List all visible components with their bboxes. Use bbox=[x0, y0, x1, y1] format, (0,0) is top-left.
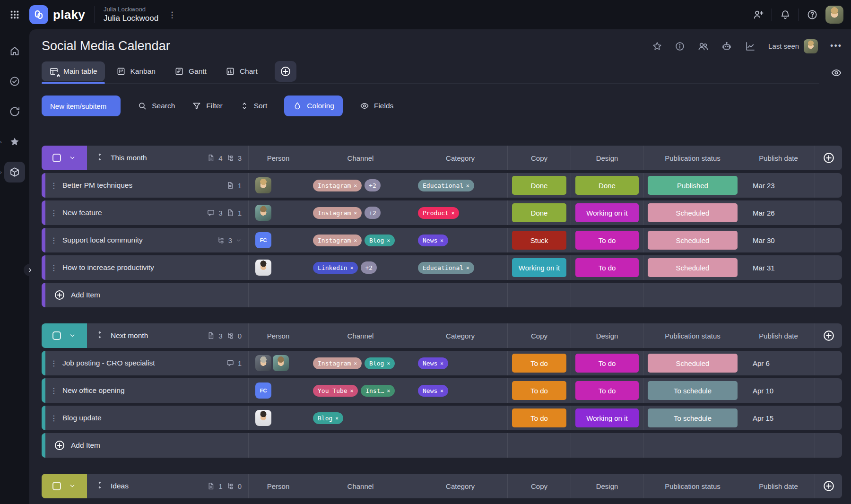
category-cell[interactable]: Product✕ bbox=[413, 200, 507, 225]
item-name[interactable]: New office opening bbox=[62, 386, 125, 395]
last-seen[interactable]: Last seen bbox=[768, 39, 818, 53]
copy-cell[interactable]: Working on it bbox=[507, 255, 571, 280]
design-cell[interactable]: To do bbox=[571, 351, 643, 375]
publish-date-cell[interactable]: Apr 15 bbox=[742, 406, 815, 430]
sidebar-item-recent[interactable] bbox=[4, 101, 25, 122]
remove-tag-icon[interactable]: ✕ bbox=[452, 210, 455, 216]
automations-robot-icon[interactable] bbox=[721, 41, 732, 52]
add-item-row[interactable]: Add Item bbox=[42, 283, 842, 307]
status-badge[interactable]: Scheduled bbox=[648, 203, 738, 222]
more-tags-badge[interactable]: +2 bbox=[361, 261, 377, 274]
column-header[interactable]: Publish date bbox=[742, 323, 815, 348]
publication-status-cell[interactable]: To schedule bbox=[643, 378, 742, 403]
status-badge[interactable]: To do bbox=[575, 231, 639, 250]
tag[interactable]: Blog✕ bbox=[365, 235, 395, 246]
column-header[interactable]: Design bbox=[571, 474, 643, 498]
category-cell[interactable]: News✕ bbox=[413, 228, 507, 252]
copy-cell[interactable]: Stuck bbox=[507, 228, 571, 252]
column-header[interactable]: Publication status bbox=[643, 323, 742, 348]
favorite-star-icon[interactable] bbox=[652, 41, 662, 52]
status-badge[interactable]: Done bbox=[512, 203, 566, 222]
group-checkbox[interactable] bbox=[52, 331, 61, 340]
tag[interactable]: Instagram✕ bbox=[313, 235, 362, 246]
status-badge[interactable]: To do bbox=[575, 258, 639, 277]
column-header[interactable]: Design bbox=[571, 146, 643, 170]
column-header[interactable]: Category bbox=[413, 474, 507, 498]
copy-cell[interactable]: Done bbox=[507, 200, 571, 225]
person-cell[interactable]: FC bbox=[248, 228, 308, 252]
column-header[interactable]: Channel bbox=[308, 474, 413, 498]
remove-tag-icon[interactable]: ✕ bbox=[350, 388, 354, 394]
item-name[interactable]: How to increase productivity bbox=[62, 263, 154, 272]
column-header[interactable]: Category bbox=[413, 146, 507, 170]
tag[interactable]: You Tube✕ bbox=[313, 385, 358, 397]
channel-cell[interactable]: LinkedIn✕+2 bbox=[308, 255, 413, 280]
caret-down-icon[interactable] bbox=[111, 102, 121, 110]
publish-date-cell[interactable]: Mar 30 bbox=[742, 228, 815, 252]
tab-kanban[interactable]: Kanban bbox=[109, 61, 163, 81]
item-name-cell[interactable]: ⋮ How to increase productivity bbox=[42, 255, 248, 280]
item-name[interactable]: Better PM techniques bbox=[62, 181, 132, 190]
avatar[interactable] bbox=[255, 410, 271, 426]
sidebar-item-favorites[interactable]: › bbox=[4, 131, 25, 152]
publication-status-cell[interactable]: Scheduled bbox=[643, 200, 742, 225]
tag[interactable]: News✕ bbox=[418, 235, 448, 246]
brand[interactable]: plaky bbox=[29, 5, 95, 24]
design-cell[interactable]: Done bbox=[571, 173, 643, 198]
publication-status-cell[interactable]: Scheduled bbox=[643, 351, 742, 375]
avatar[interactable] bbox=[255, 177, 271, 193]
add-column-button[interactable] bbox=[815, 323, 842, 348]
sidebar-item-boards[interactable]: › bbox=[4, 162, 25, 182]
remove-tag-icon[interactable]: ✕ bbox=[354, 360, 357, 366]
item-name[interactable]: Support local community bbox=[62, 236, 143, 244]
category-cell[interactable]: News✕ bbox=[413, 351, 507, 375]
remove-tag-icon[interactable]: ✕ bbox=[440, 360, 443, 366]
remove-tag-icon[interactable]: ✕ bbox=[466, 265, 469, 271]
sidebar-item-tasks[interactable] bbox=[4, 71, 25, 92]
item-name-cell[interactable]: ⋮ Job posting - CRO specialist 1 bbox=[42, 351, 248, 375]
status-badge[interactable]: To do bbox=[575, 381, 639, 400]
design-cell[interactable]: Working on it bbox=[571, 406, 643, 430]
item-meta[interactable]: 1 bbox=[226, 181, 248, 190]
status-badge[interactable]: Done bbox=[512, 176, 566, 195]
remove-tag-icon[interactable]: ✕ bbox=[387, 360, 390, 366]
column-header[interactable]: Channel bbox=[308, 146, 413, 170]
tag[interactable]: Inst…✕ bbox=[361, 385, 395, 397]
sort-button[interactable]: Sort bbox=[240, 96, 267, 116]
column-header[interactable]: Person bbox=[248, 146, 308, 170]
channel-cell[interactable]: Instagram✕Blog✕ bbox=[308, 228, 413, 252]
tab-main-table[interactable]: Main table bbox=[42, 61, 105, 81]
tag[interactable]: Blog✕ bbox=[365, 357, 395, 369]
publication-status-cell[interactable]: To schedule bbox=[643, 406, 742, 430]
item-meta[interactable]: 31 bbox=[207, 209, 248, 217]
design-cell[interactable]: Working on it bbox=[571, 200, 643, 225]
more-tags-badge[interactable]: +2 bbox=[365, 207, 381, 219]
tag[interactable]: Instagram✕ bbox=[313, 207, 362, 219]
channel-cell[interactable]: You Tube✕Inst…✕ bbox=[308, 378, 413, 403]
row-menu-icon[interactable]: ⋮ bbox=[45, 359, 62, 368]
tag[interactable]: Instagram✕ bbox=[313, 357, 362, 369]
user-avatar[interactable] bbox=[825, 6, 843, 24]
new-item-button[interactable]: New item/subitem bbox=[42, 96, 121, 116]
remove-tag-icon[interactable]: ✕ bbox=[440, 388, 443, 394]
person-cell[interactable] bbox=[248, 200, 308, 225]
coloring-button[interactable]: Coloring bbox=[284, 96, 343, 116]
publish-date-cell[interactable]: Mar 31 bbox=[742, 255, 815, 280]
group-name[interactable]: Ideas bbox=[111, 482, 129, 490]
row-menu-icon[interactable]: ⋮ bbox=[45, 414, 62, 423]
publication-status-cell[interactable]: Scheduled bbox=[643, 255, 742, 280]
group-collapse-control[interactable] bbox=[42, 474, 87, 498]
item-name[interactable]: Job posting - CRO specialist bbox=[62, 359, 155, 367]
item-meta[interactable]: 3 bbox=[217, 236, 248, 244]
group-name[interactable]: Next month bbox=[111, 331, 148, 340]
design-cell[interactable]: To do bbox=[571, 378, 643, 403]
column-header[interactable]: Copy bbox=[507, 146, 571, 170]
tag[interactable]: Educational✕ bbox=[418, 262, 474, 274]
remove-tag-icon[interactable]: ✕ bbox=[440, 237, 443, 243]
status-badge[interactable]: To schedule bbox=[648, 408, 738, 427]
filter-button[interactable]: Filter bbox=[192, 96, 222, 116]
category-cell[interactable]: Educational✕ bbox=[413, 173, 507, 198]
status-badge[interactable]: Scheduled bbox=[648, 258, 738, 277]
person-cell[interactable]: FC bbox=[248, 378, 308, 403]
channel-cell[interactable]: Blog✕ bbox=[308, 406, 413, 430]
